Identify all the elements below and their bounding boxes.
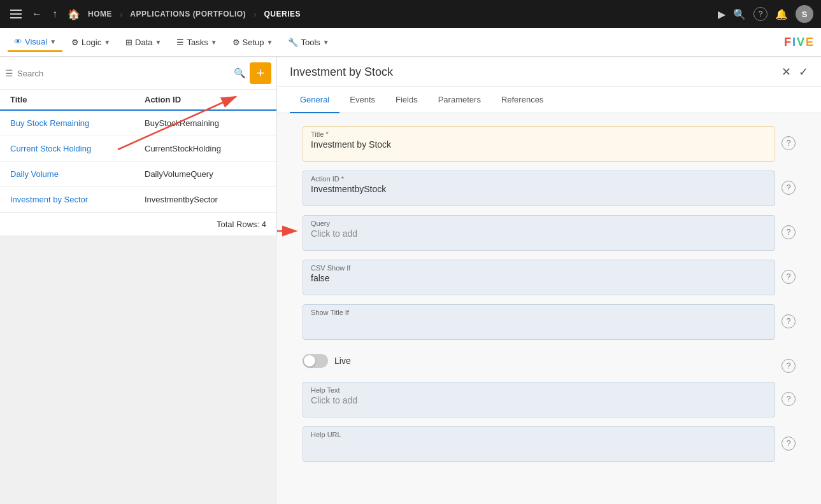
sidebar-wrapper: ☰ 🔍 + Title Action ID Buy Stock Remainin… [0, 57, 277, 504]
table-row[interactable]: Daily Volume DailyVolumeQuery [0, 162, 276, 187]
csv-field-wrapper: CSV Show If false [303, 260, 775, 295]
visual-label: Visual [25, 37, 47, 46]
csv-value: false [311, 273, 767, 283]
data-chevron: ▼ [155, 39, 162, 46]
visual-chevron: ▼ [50, 38, 56, 45]
query-value: Click to add [311, 228, 767, 239]
help-url-row: Help URL ? [303, 426, 796, 462]
row-title: Investment by Sector [10, 195, 132, 204]
row-title: Daily Volume [10, 169, 132, 179]
csv-help-icon[interactable]: ? [782, 270, 796, 284]
title-help-icon[interactable]: ? [782, 136, 796, 150]
close-button[interactable]: ✕ [782, 65, 791, 79]
search-button[interactable]: 🔍 [733, 8, 746, 20]
tasks-label: Tasks [187, 38, 208, 47]
sidebar: ☰ 🔍 + Title Action ID Buy Stock Remainin… [0, 57, 277, 235]
play-button[interactable]: ▶ [718, 8, 725, 20]
show-title-help-icon[interactable]: ? [782, 314, 796, 328]
csv-show-if-row: CSV Show If false ? [303, 260, 796, 295]
setup-label: Setup [243, 38, 264, 47]
help-text-field-wrapper: Help Text Click to add [303, 382, 775, 417]
show-title-if-field[interactable]: Show Title If [303, 304, 775, 340]
tab-references[interactable]: References [491, 87, 553, 113]
help-url-field[interactable]: Help URL [303, 426, 775, 462]
sidebar-table: Title Action ID Buy Stock Remaining BuyS… [0, 90, 276, 213]
breadcrumb-sep2: › [253, 10, 256, 19]
tasks-icon: ☰ [176, 38, 184, 47]
help-text-value: Click to add [311, 395, 767, 405]
toolbar-tools[interactable]: 🔧 Tools ▼ [282, 34, 335, 52]
toolbar-setup[interactable]: ⚙ Setup ▼ [226, 34, 280, 52]
breadcrumb-home[interactable]: HOME [88, 10, 112, 18]
query-field[interactable]: Query Click to add [303, 215, 775, 251]
query-field-row: Query Click to add ? [303, 215, 796, 251]
breadcrumb-applications[interactable]: APPLICATIONS (PORTFOLIO) [130, 10, 246, 18]
live-toggle[interactable] [303, 354, 328, 368]
table-row[interactable]: Current Stock Holding CurrentStockHoldin… [0, 136, 276, 162]
add-button[interactable]: + [250, 62, 271, 84]
live-help-icon[interactable]: ? [782, 359, 796, 373]
title-label: Title * [311, 130, 767, 138]
panel-actions: ✕ ✓ [782, 65, 808, 79]
logic-chevron: ▼ [104, 39, 110, 46]
action-id-value: InvestmentbyStock [311, 184, 767, 194]
show-title-if-row: Show Title If ? [303, 304, 796, 340]
forward-button[interactable]: ↑ [50, 6, 60, 22]
csv-label: CSV Show If [311, 264, 767, 272]
row-title: Current Stock Holding [10, 144, 132, 153]
search-input[interactable] [17, 69, 230, 78]
form-content: Title * Investment by Stock ? Action ID … [277, 113, 821, 504]
row-action-id: CurrentStockHolding [132, 144, 266, 153]
back-button[interactable]: ← [29, 6, 45, 22]
tab-fields[interactable]: Fields [385, 87, 428, 113]
table-row[interactable]: Investment by Sector InvestmentbySector [0, 187, 276, 213]
save-button[interactable]: ✓ [799, 65, 808, 79]
panel-title: Investment by Stock [290, 66, 782, 79]
toolbar-tasks[interactable]: ☰ Tasks ▼ [170, 34, 223, 52]
data-label: Data [135, 38, 152, 47]
action-id-help-icon[interactable]: ? [782, 181, 796, 195]
data-icon: ⊞ [125, 38, 132, 47]
help-button[interactable]: ? [753, 7, 767, 21]
setup-icon: ⚙ [232, 38, 240, 47]
top-nav-right: ▶ 🔍 ? 🔔 S [718, 5, 813, 23]
help-text-field[interactable]: Help Text Click to add [303, 382, 775, 417]
help-text-help-icon[interactable]: ? [782, 392, 796, 406]
help-url-label: Help URL [311, 431, 767, 438]
csv-show-if-field[interactable]: CSV Show If false [303, 260, 775, 295]
tab-general[interactable]: General [290, 87, 339, 113]
toolbar-visual[interactable]: 👁 Visual ▼ [8, 33, 62, 52]
five-logo: FIVE [784, 36, 813, 49]
query-arrow-annotation [277, 221, 303, 242]
tools-label: Tools [301, 38, 320, 47]
right-panel: Investment by Stock ✕ ✓ General Events F… [277, 57, 821, 504]
live-toggle-row: Live ? [303, 349, 796, 373]
table-row[interactable]: Buy Stock Remaining BuyStockRemaining [0, 111, 276, 136]
bell-button[interactable]: 🔔 [775, 8, 788, 20]
help-url-help-icon[interactable]: ? [782, 437, 796, 451]
toolbar-logic[interactable]: ⚙ Logic ▼ [65, 34, 117, 52]
title-field[interactable]: Title * Investment by Stock [303, 126, 775, 162]
query-help-icon[interactable]: ? [782, 225, 796, 239]
sidebar-footer: Total Rows: 4 [0, 213, 276, 235]
logic-label: Logic [82, 38, 101, 47]
toggle-knob [304, 355, 315, 367]
toolbar-data[interactable]: ⊞ Data ▼ [119, 34, 168, 52]
action-id-field-row: Action ID * InvestmentbyStock ? [303, 171, 796, 206]
help-url-field-wrapper: Help URL [303, 426, 775, 462]
hamburger-menu[interactable] [8, 7, 24, 21]
home-icon[interactable]: 🏠 [65, 6, 83, 23]
tab-events[interactable]: Events [339, 87, 385, 113]
query-field-wrapper: Query Click to add [303, 215, 775, 251]
breadcrumb-queries[interactable]: QUERIES [264, 10, 301, 18]
show-title-label: Show Title If [311, 309, 767, 316]
main-layout: ☰ 🔍 + Title Action ID Buy Stock Remainin… [0, 57, 821, 504]
action-id-field[interactable]: Action ID * InvestmentbyStock [303, 171, 775, 206]
breadcrumb-sep1: › [120, 10, 122, 19]
tabs: General Events Fields Parameters Referen… [277, 87, 821, 113]
table-header: Title Action ID [0, 90, 276, 111]
show-title-field-wrapper: Show Title If [303, 304, 775, 340]
search-icon[interactable]: 🔍 [234, 67, 246, 79]
tab-parameters[interactable]: Parameters [428, 87, 491, 113]
user-avatar[interactable]: S [796, 5, 813, 23]
